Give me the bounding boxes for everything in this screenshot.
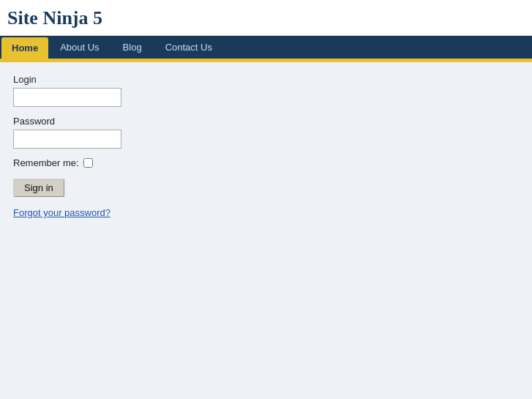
- site-title: Site Ninja 5: [7, 7, 102, 29]
- login-input[interactable]: [13, 88, 121, 107]
- remember-me-checkbox[interactable]: [83, 158, 93, 168]
- password-input[interactable]: [13, 130, 121, 149]
- nav-item-about[interactable]: About Us: [48, 36, 110, 59]
- password-section: Password: [13, 116, 519, 149]
- sign-in-button[interactable]: Sign in: [13, 179, 64, 197]
- login-section: Login: [13, 74, 519, 107]
- forgot-password-link[interactable]: Forgot your password?: [13, 207, 519, 218]
- remember-me-label: Remember me:: [13, 157, 79, 168]
- remember-me-row: Remember me:: [13, 157, 519, 168]
- nav-item-contact[interactable]: Contact Us: [154, 36, 224, 59]
- login-label: Login: [13, 74, 519, 85]
- password-label: Password: [13, 116, 519, 127]
- site-header: Site Ninja 5: [0, 0, 532, 36]
- nav-item-home[interactable]: Home: [1, 37, 48, 59]
- nav-item-blog[interactable]: Blog: [111, 36, 154, 59]
- navbar: Home About Us Blog Contact Us: [0, 36, 532, 59]
- main-content: Login Password Remember me: Sign in Forg…: [0, 62, 532, 399]
